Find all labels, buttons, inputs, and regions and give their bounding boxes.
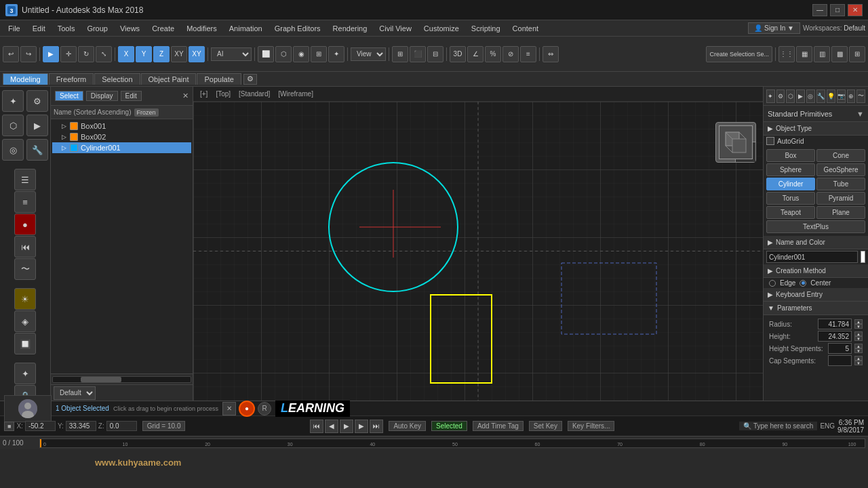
- reference-dropdown[interactable]: AI World Local: [211, 47, 252, 61]
- menu-file[interactable]: File: [3, 23, 26, 34]
- next-frame-button[interactable]: ▶: [355, 420, 368, 433]
- xy-plane-button[interactable]: XY: [171, 46, 187, 62]
- redo-button[interactable]: ↪: [20, 46, 37, 62]
- spinner-snap-button[interactable]: ⊘: [502, 46, 519, 62]
- rp-splines-button[interactable]: 〜: [856, 89, 865, 103]
- rect-select-button[interactable]: ⬜: [258, 46, 274, 62]
- add-time-tag-button[interactable]: Add Time Tag: [473, 421, 524, 431]
- menu-create[interactable]: Create: [146, 23, 180, 34]
- animate-button[interactable]: ●: [14, 214, 36, 235]
- hierarchy-icon-button[interactable]: ⬡: [2, 115, 24, 136]
- menu-animation[interactable]: Animation: [224, 23, 268, 34]
- height-down[interactable]: ▼: [854, 336, 863, 341]
- scene-object-cylinder001[interactable]: ▷ Cylinder001: [52, 142, 191, 153]
- selected-mode[interactable]: Selected: [431, 421, 467, 431]
- creation-method-section-header[interactable]: ▶ Creation Method: [764, 264, 868, 278]
- object-type-section-header[interactable]: ▶ Object Type: [764, 122, 868, 136]
- key-filters-button[interactable]: Key Filters...: [568, 421, 615, 431]
- menu-views[interactable]: Views: [115, 23, 145, 34]
- filter-button[interactable]: ⊞: [311, 46, 327, 62]
- scene-scrollbar[interactable]: [51, 373, 193, 384]
- obj-type-torus[interactable]: Torus: [766, 192, 815, 205]
- percent-snap-button[interactable]: %: [485, 46, 501, 62]
- rp-motion-button[interactable]: ▶: [796, 89, 805, 103]
- utilities-icon-button[interactable]: 🔧: [26, 139, 48, 161]
- radius-down[interactable]: ▼: [854, 324, 863, 329]
- radius-input[interactable]: [818, 319, 852, 329]
- auto-key-button[interactable]: Auto Key: [389, 421, 426, 431]
- paint-select-button[interactable]: ◉: [293, 46, 309, 62]
- obj-type-pyramid[interactable]: Pyramid: [816, 192, 865, 205]
- vp-view-button[interactable]: [Top]: [213, 89, 233, 98]
- prev-frame-button[interactable]: ◀: [325, 420, 338, 433]
- tab-freeform[interactable]: Freeform: [49, 73, 94, 85]
- tab-object-paint[interactable]: Object Paint: [141, 73, 197, 85]
- menu-content[interactable]: Content: [507, 23, 545, 34]
- obj-type-tube[interactable]: Tube: [816, 178, 865, 190]
- xy-active-button[interactable]: XY: [189, 46, 205, 62]
- vp-wire-button[interactable]: ⊞: [392, 46, 408, 62]
- extras-button[interactable]: ⋮⋮: [778, 46, 795, 62]
- hseg-down[interactable]: ▼: [854, 348, 863, 353]
- scene-default-dropdown[interactable]: Default: [54, 386, 96, 400]
- obj-type-teapot[interactable]: Teapot: [766, 206, 815, 219]
- vp-layout2-button[interactable]: ▦: [796, 46, 812, 62]
- timeline-button[interactable]: ⏮: [14, 236, 36, 258]
- rp-display-button[interactable]: ◎: [806, 89, 815, 103]
- rp-camera-button[interactable]: 📷: [837, 89, 846, 103]
- tab-populate[interactable]: Populate: [197, 73, 241, 85]
- parameters-section-header[interactable]: ▼ Parameters: [764, 302, 868, 315]
- obj-type-textplus[interactable]: TextPlus: [766, 220, 865, 233]
- render-button[interactable]: ☀: [14, 288, 36, 310]
- menu-rendering[interactable]: Rendering: [328, 23, 373, 34]
- rp-utilities-button[interactable]: 🔧: [816, 89, 825, 103]
- radius-up[interactable]: ▲: [854, 319, 863, 324]
- play-button[interactable]: ▶: [340, 420, 353, 433]
- h-scrollbar[interactable]: [52, 376, 191, 383]
- vp-mode-button[interactable]: [Wireframe]: [275, 89, 316, 98]
- tab-selection[interactable]: Selection: [94, 73, 140, 85]
- signin-button[interactable]: 👤 Sign In ▼: [748, 22, 800, 34]
- obj-type-box[interactable]: Box: [766, 149, 815, 162]
- hseg-up[interactable]: ▲: [854, 344, 863, 348]
- undo-button[interactable]: ↩: [3, 46, 19, 62]
- minimize-button[interactable]: —: [812, 4, 827, 16]
- autogrid-checkbox[interactable]: [766, 137, 774, 145]
- set-key-button[interactable]: Set Key: [529, 421, 562, 431]
- create-icon-button[interactable]: ✦: [2, 90, 24, 112]
- maximize-button[interactable]: □: [830, 4, 845, 16]
- menu-group[interactable]: Group: [81, 23, 113, 34]
- layers-button[interactable]: ≡: [520, 46, 536, 62]
- vp-solid-button[interactable]: ⬛: [410, 46, 426, 62]
- create-sel-set-button[interactable]: Create Selection Se...: [706, 46, 772, 62]
- scene-explorer-button[interactable]: ☰: [14, 169, 36, 190]
- snap-settings-button[interactable]: ✦: [14, 363, 36, 384]
- rotate-button[interactable]: ↻: [78, 46, 94, 62]
- color-swatch[interactable]: [861, 251, 865, 263]
- menu-customize[interactable]: Customize: [418, 23, 465, 34]
- motion-icon-button[interactable]: ▶: [26, 115, 48, 136]
- tab-options-button[interactable]: ⚙: [243, 74, 257, 85]
- mirror-button[interactable]: ⇔: [542, 46, 559, 62]
- record-button[interactable]: ●: [239, 401, 255, 417]
- edge-radio[interactable]: [769, 280, 776, 287]
- x-axis-button[interactable]: X: [118, 46, 134, 62]
- y-axis-button[interactable]: Y: [136, 46, 152, 62]
- name-color-section-header[interactable]: ▶ Name and Color: [764, 236, 868, 249]
- object-name-input[interactable]: [766, 251, 858, 263]
- view-dropdown[interactable]: View: [351, 47, 386, 61]
- height-up[interactable]: ▲: [854, 331, 863, 336]
- obj-type-cone[interactable]: Cone: [816, 149, 865, 162]
- cancel-creation-button[interactable]: ✕: [222, 402, 236, 415]
- z-axis-button[interactable]: Z: [153, 46, 170, 62]
- scene-filter-edit[interactable]: Edit: [121, 91, 142, 101]
- vp-shading-button[interactable]: [Standard]: [236, 89, 273, 98]
- vp-layout4-button[interactable]: ▩: [831, 46, 848, 62]
- rp-modify-button[interactable]: ⚙: [776, 89, 785, 103]
- rp-create-button[interactable]: ✦: [766, 89, 775, 103]
- scene-panel-close-button[interactable]: ✕: [182, 92, 189, 100]
- obj-type-geosphere[interactable]: GeoSphere: [816, 163, 865, 176]
- scene-object-box002[interactable]: ▷ Box002: [52, 131, 191, 142]
- height-input[interactable]: [818, 331, 852, 342]
- vp-plus-button[interactable]: [+]: [197, 89, 210, 98]
